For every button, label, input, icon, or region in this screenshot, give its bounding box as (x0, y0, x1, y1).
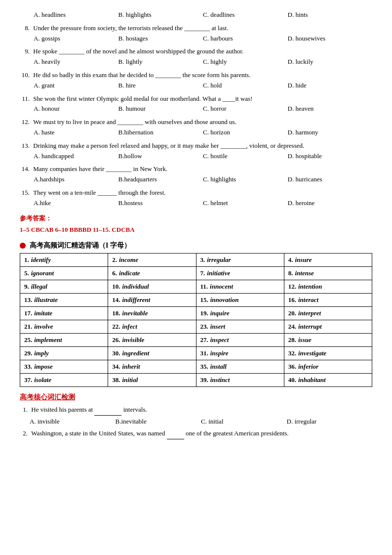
vocab-cell: 37.isolate (20, 374, 108, 387)
options-row: A. haste B.hibernation C. horizon D. har… (34, 128, 372, 138)
vocab-row: 21.involve22.infect23.insert24.interrupt (20, 320, 372, 334)
vocab-cell: 38.initial (108, 374, 196, 387)
vocab-word: initial (122, 376, 138, 384)
vocab-cell: 15.innovation (196, 294, 284, 307)
vocab-row: 29.imply30.ingredient31.inspire32.invest… (20, 347, 372, 360)
vocab-cell: 24.interrupt (284, 320, 372, 334)
vocab-word: implement (34, 336, 62, 343)
vocab-cell: 21.involve (20, 320, 108, 334)
vocab-num: 21. (24, 323, 32, 330)
vocab-cell: 18.inevitable (108, 307, 196, 320)
vocab-cell: 5.ignorant (20, 267, 108, 280)
option-a: A.hardships (34, 174, 118, 185)
option-c: C. highlights (203, 174, 288, 185)
vocab-word: innovation (210, 296, 239, 303)
q-text: Drinking may make a person feel relaxed … (33, 141, 372, 151)
option-c: C. helmet (203, 198, 288, 209)
vocab-num: 32. (288, 349, 296, 357)
vocab-cell: 28.issue (284, 334, 372, 347)
question-13: 13. Drinking may make a person feel rela… (20, 141, 372, 162)
vocab-word: identify (31, 256, 51, 263)
q-number: 10. (20, 70, 30, 81)
vocab-num: 31. (200, 349, 208, 357)
q-text: Many companies have their ________ in Ne… (33, 164, 372, 174)
option-c: C. initial (201, 418, 287, 426)
options-row: A. handicapped B.hollow C. hostile D. ho… (34, 151, 372, 162)
vocab-cell: 16.interact (284, 294, 372, 307)
vocab-word: inhabitant (298, 376, 326, 384)
core-q1-options: A. invisible B.inevitable C. initial D. … (30, 418, 372, 426)
vocab-cell: 12.intention (284, 280, 372, 294)
option-d: D. luckily (288, 57, 373, 67)
vocab-word: isolate (34, 376, 51, 384)
question-10: 10. He did so badly in this exam that he… (20, 70, 372, 91)
option-d: D. hints (288, 10, 373, 20)
vocab-row: 33.impose34.inherit35.install36.inferior (20, 360, 372, 374)
vocab-num: 17. (24, 309, 32, 317)
q-text: He did so badly in this exam that he dec… (33, 70, 372, 81)
question-14: 14. Many companies have their ________ i… (20, 164, 372, 185)
option-c: C. deadlines (203, 10, 288, 20)
question-15: 15. They went on a ten-mile ______ throu… (20, 188, 372, 209)
option-a: A. handicapped (34, 151, 118, 162)
option-a: A. haste (34, 128, 118, 138)
option-a: A. headlines (34, 10, 118, 20)
vocab-cell: 1.identify (20, 254, 108, 267)
vocab-num: 23. (200, 323, 208, 330)
option-d: D. heaven (288, 104, 373, 114)
question-0: A. headlines B. highlights C. deadlines … (20, 10, 372, 20)
vocab-cell: 4.insure (284, 254, 372, 267)
vocab-cell: 31.inspire (196, 347, 284, 360)
vocab-cell: 17.imitate (20, 307, 108, 320)
vocab-cell: 13.illustrate (20, 294, 108, 307)
vocab-word: interrupt (298, 323, 322, 330)
vocab-cell: 36.inferior (284, 360, 372, 374)
vocab-cell: 35.install (196, 360, 284, 374)
options-row: A. grant B. hire C. hold D. hide (34, 81, 372, 91)
vocab-word: issue (298, 336, 312, 343)
vocab-cell: 39.instinct (196, 374, 284, 387)
vocab-cell: 10.individual (108, 280, 196, 294)
blank (94, 405, 121, 416)
vocab-row: 5.ignorant6.indicate7.initiative8.intens… (20, 267, 372, 280)
answers-section: 参考答案： 1–5 CBCAB 6–10 BBBBD 11–15. CDCBA (20, 213, 372, 236)
vocab-num: 33. (24, 363, 32, 370)
vocab-word: inevitable (122, 309, 148, 317)
vocab-word: indicate (119, 269, 140, 277)
option-d: D. housewives (288, 34, 373, 44)
question-12: 12. We must try to live in peace and ___… (20, 117, 372, 138)
options-row: A. heavily B. lightly C. highly D. lucki… (34, 57, 372, 67)
vocab-num: 27. (200, 336, 208, 343)
options-row: A.hardships B.headquarters C. highlights… (34, 174, 372, 185)
question-9: 9. He spoke ________ of the novel and he… (20, 46, 372, 67)
vocab-row: 9.illegal10.individual11.innocent12.inte… (20, 280, 372, 294)
option-b: B.inevitable (116, 418, 201, 426)
q-text: He spoke ________ of the novel and he al… (33, 46, 372, 57)
vocab-num: 16. (288, 296, 296, 303)
option-d: D. hide (288, 81, 373, 91)
vocab-cell: 33.impose (20, 360, 108, 374)
vocab-num: 4. (288, 256, 293, 263)
vocab-num: 13. (24, 296, 32, 303)
vocab-cell: 30.ingredient (108, 347, 196, 360)
vocab-row: 17.imitate18.inevitable19.inquire20.inte… (20, 307, 372, 320)
vocab-num: 18. (112, 309, 120, 317)
vocab-num: 34. (112, 363, 120, 370)
option-a: A. invisible (30, 418, 116, 426)
vocab-word: infect (122, 323, 137, 330)
q-number: 9. (20, 46, 30, 57)
option-c: C. highly (203, 57, 288, 67)
vocab-word: initiative (207, 269, 230, 277)
vocab-num: 8. (288, 269, 293, 277)
option-a: A. heavily (34, 57, 118, 67)
blank (167, 428, 184, 439)
vocab-cell: 3.irregular (196, 254, 284, 267)
vocab-cell: 22.infect (108, 320, 196, 334)
option-c: C. horizon (203, 128, 288, 138)
vocab-word: inspect (210, 336, 229, 343)
vocab-word: illustrate (34, 296, 58, 303)
options-row-0: A. headlines B. highlights C. deadlines … (34, 10, 372, 20)
option-a: A.hike (34, 198, 118, 209)
vocab-row: 37.isolate38.initial39.instinct40.inhabi… (20, 374, 372, 387)
vocab-cell: 7.initiative (196, 267, 284, 280)
